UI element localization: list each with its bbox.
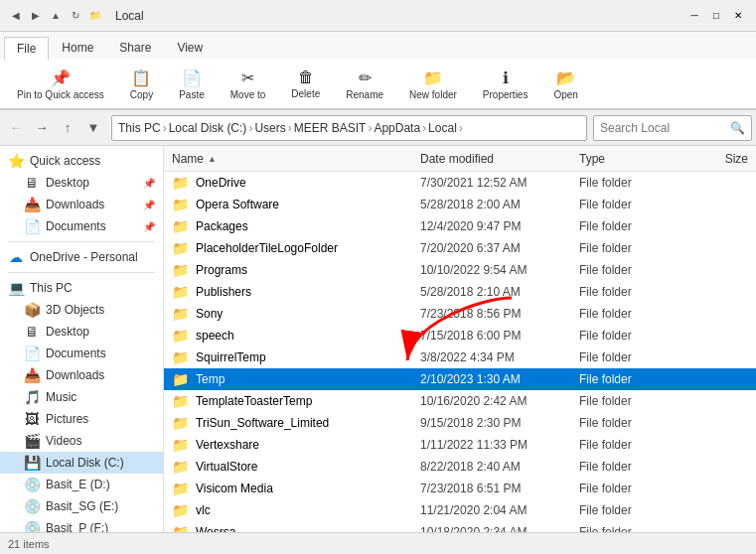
sidebar-item-documents[interactable]: 📄 Documents 📌	[0, 215, 163, 237]
table-row[interactable]: 📁 Programs 10/10/2022 9:54 AM File folde…	[164, 259, 756, 281]
documents2-icon: 📄	[24, 346, 40, 361]
table-row[interactable]: 📁 OneDrive 7/30/2021 12:52 AM File folde…	[164, 172, 756, 194]
sidebar-item-desktop2[interactable]: 🖥 Desktop	[0, 321, 163, 343]
address-bar[interactable]: This PC › Local Disk (C:) › Users › MEER…	[111, 115, 587, 141]
this-pc-icon: 💻	[8, 280, 24, 296]
table-row[interactable]: 📁 Opera Software 5/28/2018 2:00 AM File …	[164, 194, 756, 215]
file-date: 3/8/2022 4:34 PM	[420, 350, 579, 364]
sidebar-item-local-disk[interactable]: 💾 Local Disk (C:)	[0, 452, 163, 474]
properties-button[interactable]: ℹ Properties	[474, 64, 537, 105]
address-users: Users	[254, 121, 285, 135]
table-row[interactable]: 📁 PlaceholderTileLogoFolder 7/20/2020 6:…	[164, 237, 756, 259]
open-icon: 📂	[556, 69, 576, 87]
search-input[interactable]	[600, 121, 730, 135]
table-row[interactable]: 📁 Vertexshare 1/11/2022 11:33 PM File fo…	[164, 434, 756, 456]
new-folder-button[interactable]: 📁 New folder	[400, 64, 466, 105]
sidebar-item-downloads2[interactable]: 📥 Downloads	[0, 364, 163, 386]
rename-button[interactable]: ✏ Rename	[337, 64, 392, 105]
nav-bar: ← → ↑ ▼ This PC › Local Disk (C:) › User…	[0, 110, 756, 146]
minimize-button[interactable]: ─	[684, 6, 704, 26]
move-to-button[interactable]: ✂ Move to	[222, 64, 275, 105]
table-row[interactable]: 📁 Temp 2/10/2023 1:30 AM File folder	[164, 368, 756, 390]
file-type: File folder	[579, 438, 679, 452]
documents-icon: 📄	[24, 218, 40, 234]
pin-indicator: 📌	[143, 178, 155, 189]
table-row[interactable]: 📁 Packages 12/4/2020 9:47 PM File folder	[164, 215, 756, 237]
col-type-header[interactable]: Type	[579, 152, 679, 166]
properties-icon: ℹ	[503, 69, 509, 87]
forward-button[interactable]: →	[30, 116, 54, 140]
pin-quick-access-button[interactable]: 📌 Pin to Quick access	[8, 64, 113, 105]
file-name: Vertexshare	[196, 438, 420, 452]
file-name: OneDrive	[196, 176, 420, 190]
sidebar-item-basit-e[interactable]: 💿 Basit_E (D:)	[0, 474, 163, 495]
file-name: Programs	[196, 263, 420, 277]
table-row[interactable]: 📁 TemplateToasterTemp 10/16/2020 2:42 AM…	[164, 390, 756, 412]
file-type: File folder	[579, 460, 679, 474]
recent-locations-button[interactable]: ▼	[81, 116, 105, 140]
ribbon-tabs: File Home Share View	[0, 32, 756, 60]
close-button[interactable]: ✕	[728, 6, 748, 26]
sidebar-item-videos[interactable]: 🎬 Videos	[0, 430, 163, 452]
back-button[interactable]: ←	[4, 116, 28, 140]
pin-indicator-dl: 📌	[143, 200, 155, 210]
file-type: File folder	[579, 219, 679, 233]
main-area: ⭐ Quick access 🖥 Desktop 📌 📥 Downloads 📌…	[0, 146, 756, 554]
sidebar-item-3d-objects[interactable]: 📦 3D Objects	[0, 299, 163, 321]
table-row[interactable]: 📁 Sony 7/23/2018 8:56 PM File folder	[164, 303, 756, 325]
sidebar-item-documents2[interactable]: 📄 Documents	[0, 343, 163, 364]
file-date: 5/28/2018 2:00 AM	[420, 198, 579, 211]
table-row[interactable]: 📁 Visicom Media 7/23/2018 6:51 PM File f…	[164, 478, 756, 499]
forward-icon: ▶	[28, 8, 44, 24]
file-name: speech	[196, 329, 420, 343]
tab-share[interactable]: Share	[106, 36, 164, 60]
3d-objects-icon: 📦	[24, 302, 40, 318]
sidebar-item-downloads[interactable]: 📥 Downloads 📌	[0, 194, 163, 215]
maximize-button[interactable]: □	[706, 6, 726, 26]
address-disk: Local Disk (C:)	[169, 121, 247, 135]
back-icon: ◀	[8, 8, 24, 24]
open-button[interactable]: 📂 Open	[544, 64, 586, 105]
sort-arrow-icon: ▲	[208, 154, 217, 164]
delete-button[interactable]: 🗑 Delete	[282, 64, 329, 104]
file-type: File folder	[579, 241, 679, 255]
table-row[interactable]: 📁 Publishers 5/28/2018 2:10 AM File fold…	[164, 281, 756, 303]
sidebar-item-quick-access[interactable]: ⭐ Quick access	[0, 150, 163, 172]
table-row[interactable]: 📁 VirtualStore 8/22/2018 2:40 AM File fo…	[164, 456, 756, 478]
sidebar-item-this-pc[interactable]: 💻 This PC	[0, 277, 163, 299]
file-date: 2/10/2023 1:30 AM	[420, 372, 579, 386]
copy-button[interactable]: 📋 Copy	[121, 64, 162, 105]
table-row[interactable]: 📁 SquirrelTemp 3/8/2022 4:34 PM File fol…	[164, 346, 756, 368]
folder-icon: 📁	[172, 197, 190, 212]
refresh-icon: ↻	[68, 8, 83, 24]
file-name: vlc	[196, 503, 420, 517]
sidebar-item-basit-sg[interactable]: 💿 Basit_SG (E:)	[0, 495, 163, 517]
table-row[interactable]: 📁 vlc 11/21/2020 2:04 AM File folder	[164, 499, 756, 521]
status-bar: 21 items	[0, 532, 756, 554]
tab-view[interactable]: View	[164, 36, 216, 60]
sidebar-item-music[interactable]: 🎵 Music	[0, 386, 163, 408]
tab-file[interactable]: File	[4, 37, 49, 61]
col-name-header[interactable]: Name ▲	[172, 152, 420, 166]
file-rows-container: 📁 OneDrive 7/30/2021 12:52 AM File folde…	[164, 172, 756, 554]
sidebar-item-desktop[interactable]: 🖥 Desktop 📌	[0, 172, 163, 194]
desktop-icon: 🖥	[24, 175, 40, 191]
quick-access-icon: ⭐	[8, 153, 24, 169]
file-type: File folder	[579, 285, 679, 299]
up-button[interactable]: ↑	[56, 116, 79, 140]
table-row[interactable]: 📁 speech 7/15/2018 6:00 PM File folder	[164, 325, 756, 346]
delete-icon: 🗑	[298, 69, 314, 86]
col-size-header[interactable]: Size	[679, 152, 748, 166]
file-type: File folder	[579, 482, 679, 495]
sidebar-item-onedrive[interactable]: ☁ OneDrive - Personal	[0, 246, 163, 268]
pictures-icon: 🖼	[24, 411, 40, 427]
search-bar[interactable]: 🔍	[593, 115, 752, 141]
file-date: 11/21/2020 2:04 AM	[420, 503, 579, 517]
file-type: File folder	[579, 198, 679, 211]
col-date-header[interactable]: Date modified	[420, 152, 579, 166]
file-type: File folder	[579, 350, 679, 364]
paste-button[interactable]: 📄 Paste	[170, 64, 214, 105]
table-row[interactable]: 📁 TriSun_Software_Limited 9/15/2018 2:30…	[164, 412, 756, 434]
sidebar-item-pictures[interactable]: 🖼 Pictures	[0, 408, 163, 430]
tab-home[interactable]: Home	[49, 36, 106, 60]
